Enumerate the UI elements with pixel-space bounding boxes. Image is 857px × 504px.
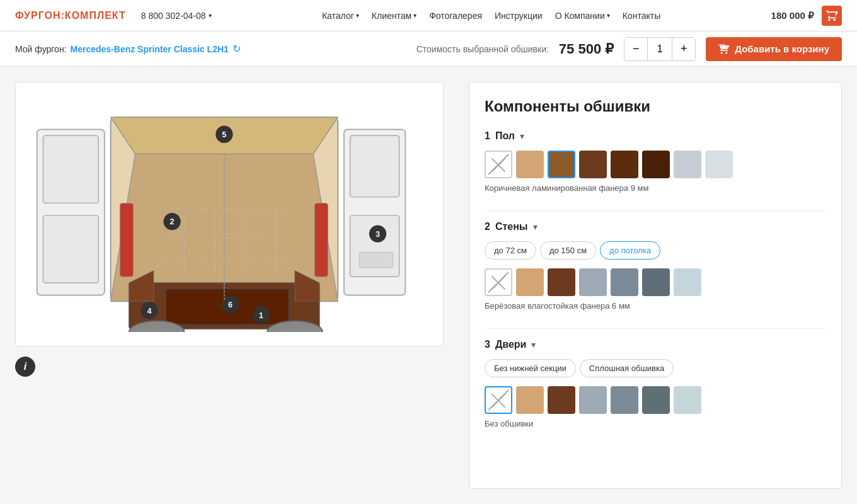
van-svg: 1 2 3 4 5 6 — [26, 93, 417, 332]
section-doors-chevron: ▾ — [531, 340, 536, 350]
quantity-control: − + — [624, 37, 696, 61]
svg-rect-12 — [314, 203, 328, 277]
doors-swatches — [485, 386, 826, 414]
number-1: 1 — [259, 311, 263, 320]
svg-rect-8 — [359, 252, 393, 267]
floor-swatch-none[interactable] — [485, 151, 512, 178]
walls-no-color-x — [486, 270, 511, 295]
number-2: 2 — [170, 217, 175, 226]
panel-title: Компоненты обшивки — [485, 98, 826, 115]
floor-swatch-beige[interactable] — [516, 151, 544, 178]
svg-line-26 — [488, 154, 509, 175]
number-4: 4 — [147, 307, 151, 316]
section-doors-header[interactable]: 3 Двери ▾ — [485, 339, 826, 350]
nav-catalog[interactable]: Каталог ▾ — [322, 11, 359, 21]
svg-rect-2 — [43, 215, 98, 283]
selected-price: 75 500 ₽ — [559, 41, 614, 57]
section-walls: 2 Стены ▾ до 72 см до 150 см до потолка — [485, 221, 826, 311]
walls-swatches — [485, 268, 826, 296]
my-van-section: Мой фургон: Mercedes-Benz Sprinter Class… — [15, 43, 241, 55]
section-walls-header[interactable]: 2 Стены ▾ — [485, 221, 826, 232]
refresh-icon[interactable]: ↻ — [233, 43, 241, 55]
main-content: 1 2 3 4 5 6 — [0, 67, 857, 504]
walls-selected-label: Берёзовая влагостойкая фанера 6 мм — [485, 301, 826, 311]
doors-swatch-none[interactable] — [485, 386, 512, 414]
subheader: Мой фургон: Mercedes-Benz Sprinter Class… — [0, 32, 857, 67]
section-floor-number: 1 — [485, 130, 490, 142]
van-name-link[interactable]: Mercedes-Benz Sprinter Classic L2H1 — [71, 44, 229, 54]
doors-selected-label: Без обшивки — [485, 419, 826, 428]
add-to-cart-label: Добавить в корзину — [735, 43, 829, 54]
section-walls-name: Стены — [495, 221, 528, 232]
info-badge[interactable]: i — [15, 357, 35, 377]
doors-swatch-gray3[interactable] — [642, 386, 670, 414]
walls-option-150[interactable]: до 150 см — [540, 241, 596, 260]
van-diagram: 1 2 3 4 5 6 — [15, 82, 444, 346]
section-doors: 3 Двери ▾ Без нижней секции Сплошная обш… — [485, 339, 826, 428]
walls-option-ceiling[interactable]: до потолка — [600, 241, 660, 260]
nav-gallery[interactable]: Фотогалерея — [429, 11, 482, 21]
cart-icon-button[interactable] — [822, 6, 842, 26]
cart-add-icon — [718, 43, 730, 55]
qty-increase-button[interactable]: + — [672, 38, 695, 60]
walls-swatch-none[interactable] — [485, 268, 512, 296]
qty-decrease-button[interactable]: − — [624, 38, 647, 60]
doors-swatch-beige[interactable] — [516, 386, 544, 414]
components-panel: Компоненты обшивки 1 Пол ▾ — [469, 82, 842, 489]
floor-swatch-dark2[interactable] — [611, 151, 638, 178]
walls-swatch-gray1[interactable] — [579, 268, 607, 296]
number-3: 3 — [376, 230, 380, 239]
section-floor-name: Пол — [495, 130, 515, 142]
floor-swatch-verydark[interactable] — [642, 151, 670, 178]
cart-svg-icon — [825, 9, 838, 22]
van-diagram-panel: 1 2 3 4 5 6 — [15, 82, 444, 489]
header-right: 180 000 ₽ — [771, 6, 842, 26]
doors-option-solid[interactable]: Сплошная обшивка — [580, 359, 674, 377]
phone-number[interactable]: 8 800 302-04-08 ▾ — [141, 11, 212, 21]
nav-clients[interactable]: Клиентам ▾ — [372, 11, 417, 21]
number-5: 5 — [222, 130, 226, 139]
svg-line-27 — [488, 272, 509, 292]
section-doors-number: 3 — [485, 339, 490, 350]
no-color-x — [486, 152, 511, 177]
nav-instructions[interactable]: Инструкции — [495, 11, 543, 21]
floor-swatch-lgray1[interactable] — [674, 151, 701, 178]
walls-swatch-gray3[interactable] — [642, 268, 670, 296]
number-6: 6 — [228, 301, 233, 309]
doors-swatch-dark[interactable] — [548, 386, 575, 414]
doors-swatch-lblue[interactable] — [674, 386, 701, 414]
qty-input[interactable] — [647, 38, 672, 60]
section-floor-header[interactable]: 1 Пол ▾ — [485, 130, 826, 142]
walls-swatch-lblue[interactable] — [674, 268, 701, 296]
doors-option-no-lower[interactable]: Без нижней секции — [485, 359, 576, 377]
doors-swatch-gray2[interactable] — [611, 386, 638, 414]
floor-swatches — [485, 151, 826, 178]
section-doors-name: Двери — [495, 339, 527, 350]
logo[interactable]: ФУРГОН:КОМПЛЕКТ — [15, 10, 126, 21]
main-nav: Каталог ▾ Клиентам ▾ Фотогалерея Инструк… — [322, 11, 660, 21]
price-section: Стоимость выбранной обшивки: 75 500 ₽ − … — [417, 37, 842, 61]
header-cart-price: 180 000 ₽ — [771, 10, 814, 21]
main-header: ФУРГОН:КОМПЛЕКТ 8 800 302-04-08 ▾ Катало… — [0, 0, 857, 32]
doors-no-color-x — [486, 387, 511, 413]
floor-swatch-lgray2[interactable] — [705, 151, 733, 178]
nav-company[interactable]: О Компании ▾ — [555, 11, 610, 21]
doors-swatch-gray1[interactable] — [579, 386, 607, 414]
floor-swatch-dark1[interactable] — [579, 151, 607, 178]
add-to-cart-button[interactable]: Добавить в корзину — [706, 37, 842, 61]
floor-swatch-brown-lam[interactable] — [548, 151, 575, 178]
walls-swatch-gray2[interactable] — [611, 268, 638, 296]
my-van-label: Мой фургон: — [15, 44, 67, 54]
svg-rect-1 — [43, 135, 98, 203]
walls-swatch-dark[interactable] — [548, 268, 575, 296]
price-label: Стоимость выбранной обшивки: — [417, 44, 549, 54]
svg-rect-6 — [350, 135, 400, 197]
walls-swatch-beige[interactable] — [516, 268, 544, 296]
section-walls-chevron: ▾ — [533, 222, 538, 232]
nav-contacts[interactable]: Контакты — [623, 11, 660, 21]
walls-option-72[interactable]: до 72 см — [485, 241, 536, 260]
logo-part1: ФУРГОН — [15, 10, 61, 21]
floor-selected-label: Коричневая ламинированная фанера 9 мм — [485, 183, 826, 193]
logo-part2: КОМПЛЕКТ — [65, 10, 126, 21]
divider-1 — [485, 210, 826, 211]
